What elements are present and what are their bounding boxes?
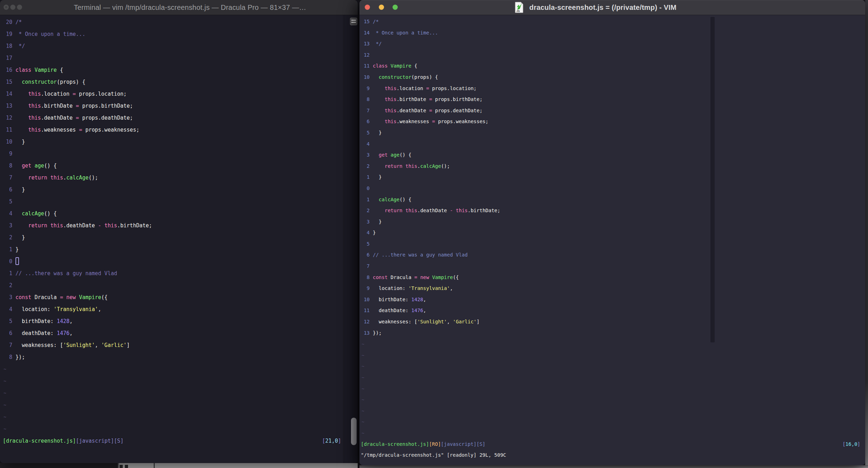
code-line[interactable]: 8 get age() { <box>3 160 343 172</box>
code-line[interactable]: 13}); <box>361 328 862 339</box>
macvim-scrollbar-groove[interactable] <box>710 17 715 342</box>
code-line[interactable]: 7 this.deathDate = props.deathDate; <box>361 105 862 116</box>
relative-line-number: 6 <box>3 327 12 339</box>
code-line[interactable]: 15/* <box>361 16 862 27</box>
code-line[interactable]: 1 calcAge() { <box>361 194 862 205</box>
code-line[interactable]: 16class Vampire { <box>3 64 343 76</box>
code-token <box>388 152 390 158</box>
code-token: Vampire <box>34 67 57 73</box>
code-line[interactable]: 20/* <box>3 16 343 28</box>
code-token: this <box>28 91 41 97</box>
code-line[interactable]: 12 this.deathDate = props.deathDate; <box>3 112 343 124</box>
code-token: class <box>15 67 31 73</box>
code-line[interactable]: 6// ...there was a guy named Vlad <box>361 249 862 261</box>
terminal-titlebar[interactable]: Terminal — vim /tmp/dracula-screenshot.j… <box>0 0 358 15</box>
code-line[interactable]: 12 <box>361 50 862 61</box>
code-line[interactable]: 4 calcAge() { <box>3 208 343 220</box>
code-line[interactable]: 2 } <box>3 232 343 244</box>
code-line[interactable]: 5 birthDate: 1428, <box>3 315 343 327</box>
code-token: = <box>432 119 435 124</box>
code-line[interactable]: 1} <box>3 244 343 255</box>
zoom-button-inactive[interactable] <box>17 5 22 10</box>
code-line[interactable]: 17 <box>3 52 343 64</box>
code-line[interactable]: 5 <box>361 239 862 250</box>
close-button-inactive[interactable] <box>4 5 9 10</box>
code-line[interactable]: 10 birthDate: 1428, <box>361 294 862 305</box>
code-line[interactable]: 5 <box>3 196 343 208</box>
close-button[interactable] <box>365 5 370 10</box>
empty-buffer-tilde: ~ <box>3 363 343 375</box>
code-token: weaknesses: [ <box>15 342 63 348</box>
code-line[interactable]: 7 <box>361 261 862 272</box>
code-token: this <box>385 119 397 124</box>
code-line[interactable]: 3 } <box>361 216 862 228</box>
code-line[interactable]: 1 } <box>361 172 862 183</box>
code-token: props.birthDate; <box>432 96 483 102</box>
relative-line-number: 18 <box>3 40 12 52</box>
code-line[interactable]: 14 * Once upon a time... <box>361 27 862 39</box>
code-line[interactable]: 9 location: 'Transylvania', <box>361 283 862 294</box>
code-line[interactable]: 13 */ <box>361 38 862 50</box>
code-token: Dracula <box>388 274 414 280</box>
code-line[interactable]: 11 this.weaknesses = props.weaknesses; <box>3 124 343 136</box>
code-line[interactable]: 4 <box>361 139 862 150</box>
code-line[interactable]: 2 <box>3 279 343 291</box>
terminal-scrollbar-track[interactable] <box>344 15 358 463</box>
code-line[interactable]: 6 } <box>3 184 343 196</box>
zoom-button[interactable] <box>392 5 398 10</box>
code-line[interactable]: 7 weaknesses: ['Sunlight', 'Garlic'] <box>3 339 343 351</box>
code-token: this <box>456 208 468 213</box>
code-token: this <box>28 103 41 109</box>
code-line[interactable]: 2 return this.calcAge(); <box>361 161 862 172</box>
code-line[interactable]: 2 return this.deathDate - this.birthDate… <box>361 205 862 216</box>
relative-line-number: 3 <box>361 216 370 228</box>
code-line[interactable]: 11 deathDate: 1476, <box>361 305 862 316</box>
code-line[interactable]: 3 return this.deathDate - this.birthDate… <box>3 220 343 232</box>
macvim-titlebar[interactable]: JS dracula-screenshot.js = (/private/tmp… <box>359 0 865 15</box>
minimize-button[interactable] <box>379 5 384 10</box>
split-pane-button[interactable] <box>350 18 357 25</box>
terminal-vim-buffer[interactable]: 20/*19 * Once upon a time...18 */1716cla… <box>0 15 358 463</box>
code-line[interactable]: 9 <box>3 148 343 160</box>
code-line[interactable]: 3 get age() { <box>361 150 862 161</box>
code-line[interactable]: 6 this.weaknesses = props.weaknesses; <box>361 116 862 127</box>
document-js-icon[interactable]: JS <box>515 2 524 13</box>
relative-line-number: 5 <box>361 127 370 139</box>
code-token: { <box>411 63 417 69</box>
code-line[interactable]: 3const Dracula = new Vampire({ <box>3 291 343 303</box>
code-line[interactable]: 4 location: 'Transylvania', <box>3 303 343 315</box>
code-line[interactable]: 0 <box>3 255 343 267</box>
minimize-button-inactive[interactable] <box>10 5 15 10</box>
code-line[interactable]: 11class Vampire { <box>361 61 862 72</box>
code-line[interactable]: 15 constructor(props) { <box>3 76 343 88</box>
code-token: () { <box>44 163 57 169</box>
code-line[interactable]: 19 * Once upon a time... <box>3 28 343 40</box>
code-line[interactable]: 18 */ <box>3 40 343 52</box>
code-line[interactable]: 8}); <box>3 351 343 363</box>
macvim-buffer[interactable]: 15/*14 * Once upon a time...13 */1211cla… <box>359 15 865 465</box>
code-line[interactable]: 9 this.location = props.location; <box>361 83 862 94</box>
code-line[interactable]: 10 constructor(props) { <box>361 72 862 83</box>
empty-buffer-tilde: ~ <box>3 387 343 399</box>
code-line[interactable]: 5 } <box>361 127 862 139</box>
code-line[interactable]: 0 <box>361 183 862 194</box>
code-line[interactable]: 13 this.birthDate = props.birthDate; <box>3 100 343 112</box>
code-line[interactable]: 14 this.location = props.location; <box>3 88 343 100</box>
code-token: [ <box>842 441 845 447</box>
code-line[interactable]: 7 return this.calcAge(); <box>3 172 343 184</box>
code-token: this <box>28 127 41 133</box>
code-line[interactable]: 4} <box>361 227 862 239</box>
code-line[interactable]: 8const Dracula = new Vampire({ <box>361 272 862 283</box>
code-token: ] <box>127 342 130 348</box>
code-token: age <box>391 152 400 158</box>
empty-buffer-tilde: ~ <box>361 416 862 428</box>
code-token: birthDate: <box>15 318 57 324</box>
code-line[interactable]: 8 this.birthDate = props.birthDate; <box>361 94 862 105</box>
code-line[interactable]: 12 weaknesses: ['Sunlight', 'Garlic'] <box>361 316 862 328</box>
terminal-scrollbar-thumb[interactable] <box>351 418 357 445</box>
code-line[interactable]: 6 deathDate: 1476, <box>3 327 343 339</box>
code-line[interactable]: 1// ...there was a guy named Vlad <box>3 267 343 279</box>
code-line[interactable]: 10 } <box>3 136 343 148</box>
empty-buffer-tilde: ~ <box>3 399 343 411</box>
relative-line-number: 16 <box>3 64 12 76</box>
